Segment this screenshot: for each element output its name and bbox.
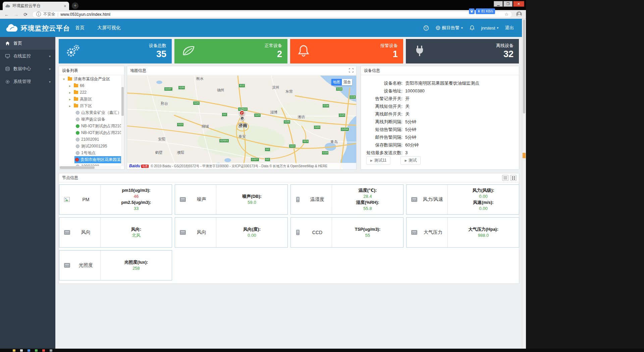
theme-palette-icon[interactable] (423, 25, 429, 31)
tree-item-device[interactable]: 21002091 (59, 136, 121, 143)
sidebar-item-datacenter[interactable]: 数据中心 ▾ (0, 62, 55, 75)
profile-avatar[interactable] (516, 11, 522, 17)
tree-item-device-selected[interactable]: 贵阳市南明区花果园某 (59, 156, 121, 163)
sidebar-item-monitoring[interactable]: 在线监控 ▾ (0, 50, 55, 62)
taskbar-icon[interactable] (50, 349, 52, 352)
expand-arrow-icon[interactable]: ▸ (69, 104, 72, 108)
back-icon[interactable]: ← (4, 12, 9, 17)
tree-item[interactable]: ▸66 (59, 82, 121, 89)
logout-button[interactable]: 退出 (505, 25, 514, 31)
map-marker-alarm[interactable] (239, 110, 245, 116)
window-minimize-button[interactable]: ▁ (494, 1, 503, 7)
device-icon (411, 230, 417, 235)
collapse-arrow-icon[interactable]: ▾ (63, 77, 66, 81)
taskbar-icon[interactable] (20, 349, 23, 352)
road-badge: G327 (251, 158, 259, 162)
road-badge: G22 (289, 144, 296, 148)
tree-horizontal-scrollbar[interactable] (59, 166, 121, 169)
tab-close-icon[interactable]: × (64, 4, 66, 8)
bookmark-star-icon[interactable]: ☆ (504, 12, 508, 17)
expand-arrow-icon[interactable]: ▸ (69, 91, 72, 94)
map-panel-title: 地图信息 (130, 68, 146, 73)
device-info-fields: 设备名称:贵阳市南明区花果园某餐饮油烟监测点 设备地址:10000380 告警记… (361, 75, 519, 157)
scrollbar-marker (523, 153, 526, 158)
app-title: 环境监控云平台 (21, 24, 70, 33)
sidebar-item-system[interactable]: 系统管理 ▾ (0, 75, 55, 88)
taskbar-icon[interactable] (42, 349, 45, 352)
folder-icon (74, 97, 78, 101)
taskbar-icon[interactable] (28, 349, 30, 352)
folder-icon (68, 77, 72, 81)
tree-item[interactable]: ▸历下区 (59, 102, 121, 109)
tab-title: 环境监控云平台 (12, 3, 61, 9)
url-bar[interactable]: ⓘ 不安全 | www.0531yun.cn/index.html ☆ (32, 11, 512, 18)
node-info-title: 节点信息 (62, 175, 78, 180)
page-info-icon[interactable]: ⓘ (36, 11, 41, 17)
node-card-noise: 噪声 噪声(DB): 59.0 (175, 184, 288, 215)
home-icon (5, 41, 10, 46)
refresh-icon[interactable]: ⟳ (23, 12, 28, 17)
page-viewport: 环境监控云平台 首页 大屏可视化 醒目告警 ▾ (0, 19, 522, 349)
node-card-ccd: CCD TSP(ug/m3): 55 (290, 217, 404, 248)
map-fullscreen-icon[interactable] (349, 68, 354, 73)
baidu-map[interactable]: 衡水 德州 滨州 东营 淄博 潍坊 济南 聊城 泰安 邢台 安阳 鹤壁 濮阳 青… (127, 76, 356, 169)
menu-item-bigscreen[interactable]: 大屏可视化 (97, 25, 121, 31)
road-badge: S12 (238, 84, 245, 88)
expand-arrow-icon[interactable]: ▸ (69, 84, 72, 88)
test-button[interactable]: ▶测试 (400, 156, 421, 165)
windows-taskbar[interactable] (0, 349, 644, 352)
gears-icon (66, 44, 80, 58)
info-field: 短信最多发送次数:3 (361, 149, 519, 157)
scrollbar-thumb[interactable] (523, 19, 525, 114)
sidebar-item-home[interactable]: 首页 (0, 37, 55, 50)
tree-item[interactable]: ▸高新区 (59, 96, 121, 102)
info-field: 短信告警间隔:5分钟 (361, 126, 519, 133)
window-maximize-button[interactable]: ❐ (503, 1, 513, 7)
tree-item[interactable]: ▸222 (59, 89, 121, 96)
tree-item[interactable]: ▾济南市某综合产业区 (59, 76, 121, 82)
tree-item-device[interactable]: 1号地点 (59, 149, 121, 156)
download-speed-badge[interactable]: ⬇ 81 KB/s (469, 8, 495, 14)
road-badge: S23 (302, 139, 309, 143)
tree-item-device[interactable]: 10002388 (59, 163, 121, 166)
tree-vertical-scrollbar[interactable] (121, 76, 124, 166)
taskbar-icon[interactable] (35, 349, 38, 352)
forward-icon[interactable]: → (13, 12, 19, 17)
map-type-hybrid-button[interactable]: 混合 (342, 79, 352, 85)
tree-item-device[interactable]: NB-IOT测试勿占用210 (59, 129, 121, 136)
map-type-map-button[interactable]: 地图 (331, 79, 342, 85)
node-card-light: 光照度 光照度(lux): 258 (59, 250, 172, 280)
road-badge: G2001 (219, 139, 229, 143)
map-marker-device[interactable] (240, 116, 245, 121)
sidebar: 首页 在线监控 ▾ 数据中心 ▾ 系统管理 ▾ (0, 37, 55, 349)
alert-mode-dropdown[interactable]: 醒目告警 ▾ (436, 25, 463, 31)
grid-view-icon[interactable] (510, 175, 517, 181)
tree-item-device[interactable]: NB-IOT测试勿占用210 (59, 123, 121, 129)
new-tab-button[interactable]: + (72, 2, 78, 9)
chevron-down-icon: ▾ (49, 54, 51, 58)
window-close-button[interactable]: ✕ (513, 1, 524, 7)
tree-item-device[interactable]: 山东黄金矿业（鑫汇） (59, 109, 121, 116)
app-header: 环境监控云平台 首页 大屏可视化 醒目告警 ▾ (0, 19, 522, 37)
chevron-down-icon: ▾ (49, 80, 51, 84)
expand-arrow-icon[interactable]: ▸ (69, 97, 72, 101)
map-city-label: 德州 (217, 88, 224, 93)
page-scrollbar[interactable] (522, 19, 526, 349)
road-badge: G18 (322, 104, 329, 108)
tree-item-device[interactable]: 测试20001295 (59, 143, 121, 149)
extension-paw-icon[interactable] (469, 8, 475, 14)
user-dropdown[interactable]: jnrstest ▾ (481, 26, 498, 31)
browser-addressbar: ← → ⟳ ⓘ 不安全 | www.0531yun.cn/index.html … (0, 10, 526, 19)
header-right: 醒目告警 ▾ jnrstest ▾ 退出 (423, 19, 514, 37)
notification-bell-icon[interactable] (470, 25, 475, 31)
folder-icon (74, 91, 78, 94)
taskbar-icon[interactable] (13, 349, 15, 352)
menu-item-home[interactable]: 首页 (75, 25, 85, 31)
list-view-icon[interactable] (502, 175, 508, 181)
tree-item-device[interactable]: 噪声扬尘设备 (59, 116, 121, 123)
node-cards: PM pm10(ug/m3): 46 pm2.5(ug/m3): 33 噪声 噪… (59, 184, 520, 280)
map-city-label: 淄博 (270, 110, 277, 115)
device-status-dot-icon (76, 111, 79, 115)
browser-tab[interactable]: 环境监控云平台 × (3, 2, 69, 10)
test11-button[interactable]: ▶测试11 (366, 156, 390, 165)
